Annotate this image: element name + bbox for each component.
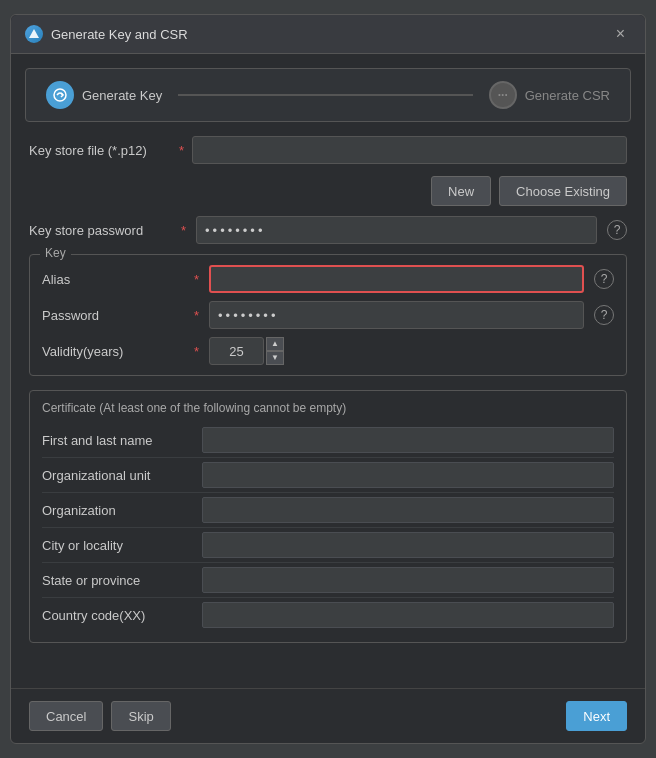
svg-point-1 bbox=[54, 89, 66, 101]
key-password-required: * bbox=[194, 308, 199, 323]
alias-label: Alias bbox=[42, 272, 182, 287]
certificate-section: Certificate (At least one of the followi… bbox=[29, 390, 627, 643]
step-generate-csr-circle: ··· bbox=[489, 81, 517, 109]
key-password-row: Password * ? bbox=[42, 301, 614, 329]
validity-spinner-group: ▲ ▼ bbox=[209, 337, 284, 365]
footer: Cancel Skip Next bbox=[11, 688, 645, 743]
keystore-password-help-icon[interactable]: ? bbox=[607, 220, 627, 240]
keystore-password-required: * bbox=[181, 223, 186, 238]
generate-key-csr-dialog: Generate Key and CSR × Generate Key ··· … bbox=[10, 14, 646, 744]
key-password-help-icon[interactable]: ? bbox=[594, 305, 614, 325]
svg-marker-0 bbox=[29, 29, 39, 38]
app-icon bbox=[25, 25, 43, 43]
alias-input[interactable] bbox=[209, 265, 584, 293]
dialog-title: Generate Key and CSR bbox=[51, 27, 188, 42]
cert-input-0[interactable] bbox=[202, 427, 614, 453]
file-action-row: New Choose Existing bbox=[29, 176, 627, 206]
keystore-password-input[interactable] bbox=[196, 216, 597, 244]
validity-required: * bbox=[194, 344, 199, 359]
step-generate-key: Generate Key bbox=[46, 81, 162, 109]
cert-row: City or locality bbox=[42, 528, 614, 563]
key-password-input[interactable] bbox=[209, 301, 584, 329]
cert-row: Country code(XX) bbox=[42, 598, 614, 632]
new-button[interactable]: New bbox=[431, 176, 491, 206]
keystore-file-input[interactable] bbox=[192, 136, 627, 164]
cert-row: First and last name bbox=[42, 423, 614, 458]
footer-left-buttons: Cancel Skip bbox=[29, 701, 171, 731]
cert-input-3[interactable] bbox=[202, 532, 614, 558]
cert-label-1: Organizational unit bbox=[42, 468, 192, 483]
cert-label-5: Country code(XX) bbox=[42, 608, 192, 623]
validity-label: Validity(years) bbox=[42, 344, 182, 359]
cert-input-4[interactable] bbox=[202, 567, 614, 593]
validity-row: Validity(years) * ▲ ▼ bbox=[42, 337, 614, 365]
skip-button[interactable]: Skip bbox=[111, 701, 170, 731]
keystore-password-label: Key store password bbox=[29, 223, 169, 238]
alias-help-icon[interactable]: ? bbox=[594, 269, 614, 289]
cert-input-1[interactable] bbox=[202, 462, 614, 488]
step-divider-line bbox=[178, 94, 473, 96]
validity-input[interactable] bbox=[209, 337, 264, 365]
cert-label-4: State or province bbox=[42, 573, 192, 588]
keystore-file-label: Key store file (*.p12) bbox=[29, 143, 169, 158]
key-section: Key Alias * ? Password * ? bbox=[29, 254, 627, 376]
cert-label-0: First and last name bbox=[42, 433, 192, 448]
cancel-button[interactable]: Cancel bbox=[29, 701, 103, 731]
validity-spin-up[interactable]: ▲ bbox=[266, 337, 284, 351]
key-section-title: Key bbox=[40, 246, 71, 260]
next-button[interactable]: Next bbox=[566, 701, 627, 731]
title-bar: Generate Key and CSR × bbox=[11, 15, 645, 54]
alias-row: Alias * ? bbox=[42, 265, 614, 293]
cert-row: Organization bbox=[42, 493, 614, 528]
cert-label-3: City or locality bbox=[42, 538, 192, 553]
alias-required: * bbox=[194, 272, 199, 287]
step-generate-csr: ··· Generate CSR bbox=[489, 81, 610, 109]
certificate-fields: First and last nameOrganizational unitOr… bbox=[42, 423, 614, 632]
step-generate-csr-label: Generate CSR bbox=[525, 88, 610, 103]
certificate-title: Certificate (At least one of the followi… bbox=[42, 401, 614, 415]
validity-spin-down[interactable]: ▼ bbox=[266, 351, 284, 365]
step-generate-key-label: Generate Key bbox=[82, 88, 162, 103]
keystore-file-required: * bbox=[179, 143, 184, 158]
cert-row: State or province bbox=[42, 563, 614, 598]
cert-label-2: Organization bbox=[42, 503, 192, 518]
steps-bar: Generate Key ··· Generate CSR bbox=[25, 68, 631, 122]
keystore-password-row: Key store password * ? bbox=[29, 216, 627, 244]
close-button[interactable]: × bbox=[610, 23, 631, 45]
choose-existing-button[interactable]: Choose Existing bbox=[499, 176, 627, 206]
keystore-file-row: Key store file (*.p12) * bbox=[29, 136, 627, 164]
step-generate-key-circle bbox=[46, 81, 74, 109]
validity-spinner: ▲ ▼ bbox=[266, 337, 284, 365]
cert-row: Organizational unit bbox=[42, 458, 614, 493]
cert-input-2[interactable] bbox=[202, 497, 614, 523]
key-password-label: Password bbox=[42, 308, 182, 323]
cert-input-5[interactable] bbox=[202, 602, 614, 628]
form-content: Key store file (*.p12) * New Choose Exis… bbox=[11, 122, 645, 688]
